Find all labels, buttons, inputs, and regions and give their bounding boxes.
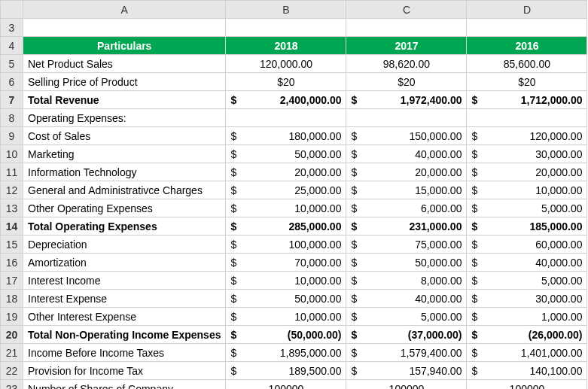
cell-value[interactable]: $25,000.00 — [226, 181, 346, 199]
cell-label[interactable]: Net Product Sales — [23, 55, 226, 73]
cell-value[interactable]: $150,000.00 — [346, 127, 467, 145]
cell-value[interactable]: $20 — [346, 73, 467, 91]
cell-value[interactable]: $10,000.00 — [226, 308, 346, 326]
header-particulars[interactable]: Particulars — [23, 37, 226, 55]
cell-value[interactable]: $1,895,000.00 — [226, 344, 346, 362]
cell-value[interactable]: $5,000.00 — [467, 272, 587, 290]
cell-value[interactable]: $20,000.00 — [226, 163, 346, 181]
cell-value[interactable]: $40,000.00 — [346, 145, 467, 163]
cell-value[interactable]: $10,000.00 — [226, 199, 346, 217]
corner-cell[interactable] — [1, 1, 23, 19]
cell-label[interactable]: Marketing — [23, 145, 226, 163]
cell-value[interactable]: 100000 — [346, 380, 467, 390]
cell-value[interactable]: $189,500.00 — [226, 362, 346, 380]
cell-label[interactable]: Total Revenue — [23, 91, 226, 109]
row-header[interactable]: 9 — [1, 127, 23, 145]
cell-value[interactable]: $(50,000.00) — [226, 326, 346, 344]
header-2016[interactable]: 2016 — [467, 37, 587, 55]
cell-label[interactable]: Cost of Sales — [23, 127, 226, 145]
cell-value[interactable]: 98,620.00 — [346, 55, 467, 73]
row-header[interactable]: 7 — [1, 91, 23, 109]
cell-value[interactable] — [226, 109, 346, 127]
cell-value[interactable]: $185,000.00 — [467, 217, 587, 236]
cell-value[interactable]: $70,000.00 — [226, 254, 346, 272]
row-header[interactable]: 15 — [1, 236, 23, 254]
cell-value[interactable]: $1,579,400.00 — [346, 344, 467, 362]
cell-value[interactable]: $8,000.00 — [346, 272, 467, 290]
cell-label[interactable]: Interest Expense — [23, 290, 226, 308]
cell-value[interactable]: $2,400,000.00 — [226, 91, 346, 109]
cell-value[interactable]: $285,000.00 — [226, 217, 346, 236]
cell-value[interactable]: 100000 — [467, 380, 587, 390]
cell-value[interactable]: $20 — [467, 73, 587, 91]
spreadsheet-grid[interactable]: A B C D 3 4 Particulars 2018 2017 2016 5… — [0, 0, 587, 389]
cell-value[interactable]: $75,000.00 — [346, 236, 467, 254]
cell-value[interactable]: 120,000.00 — [226, 55, 346, 73]
cell-value[interactable]: $1,972,400.00 — [346, 91, 467, 109]
cell-value[interactable]: $15,000.00 — [346, 181, 467, 199]
cell-label[interactable]: Provision for Income Tax — [23, 362, 226, 380]
row-header[interactable]: 18 — [1, 290, 23, 308]
row-header[interactable]: 12 — [1, 181, 23, 199]
cell-value[interactable]: $10,000.00 — [467, 181, 587, 199]
cell-value[interactable]: $1,000.00 — [467, 308, 587, 326]
row-header[interactable]: 17 — [1, 272, 23, 290]
cell[interactable] — [226, 19, 346, 37]
cell-label[interactable]: Amortization — [23, 254, 226, 272]
col-header-d[interactable]: D — [467, 1, 587, 19]
cell-value[interactable]: $(26,000.00) — [467, 326, 587, 344]
cell-value[interactable]: $10,000.00 — [226, 272, 346, 290]
cell-label[interactable]: Other Interest Expense — [23, 308, 226, 326]
row-header[interactable]: 13 — [1, 199, 23, 217]
cell-value[interactable]: $30,000.00 — [467, 145, 587, 163]
cell-value[interactable] — [467, 109, 587, 127]
row-header[interactable]: 19 — [1, 308, 23, 326]
cell-label[interactable]: Number of Shares of Company — [23, 380, 226, 390]
row-header[interactable]: 23 — [1, 380, 23, 390]
row-header[interactable]: 6 — [1, 73, 23, 91]
cell-label[interactable]: Operating Expenses: — [23, 109, 226, 127]
cell-value[interactable]: $1,401,000.00 — [467, 344, 587, 362]
row-header[interactable]: 3 — [1, 19, 23, 37]
cell-value[interactable]: $231,000.00 — [346, 217, 467, 236]
cell-value[interactable]: $180,000.00 — [226, 127, 346, 145]
cell-value[interactable]: $5,000.00 — [467, 199, 587, 217]
cell-value[interactable]: $20,000.00 — [346, 163, 467, 181]
row-header[interactable]: 22 — [1, 362, 23, 380]
cell-value[interactable]: $157,940.00 — [346, 362, 467, 380]
cell-value[interactable]: $100,000.00 — [226, 236, 346, 254]
header-2017[interactable]: 2017 — [346, 37, 467, 55]
row-header[interactable]: 4 — [1, 37, 23, 55]
cell-value[interactable]: $5,000.00 — [346, 308, 467, 326]
cell-value[interactable]: $30,000.00 — [467, 290, 587, 308]
col-header-c[interactable]: C — [346, 1, 467, 19]
cell-value[interactable]: $1,712,000.00 — [467, 91, 587, 109]
cell-value[interactable]: $20 — [226, 73, 346, 91]
cell-label[interactable]: Depreciation — [23, 236, 226, 254]
cell-value[interactable]: $120,000.00 — [467, 127, 587, 145]
row-header[interactable]: 14 — [1, 217, 23, 236]
cell-value[interactable]: $(37,000.00) — [346, 326, 467, 344]
col-header-b[interactable]: B — [226, 1, 346, 19]
cell-label[interactable]: Selling Price of Product — [23, 73, 226, 91]
cell-value[interactable] — [346, 109, 467, 127]
cell[interactable] — [23, 19, 226, 37]
header-2018[interactable]: 2018 — [226, 37, 346, 55]
row-header[interactable]: 20 — [1, 326, 23, 344]
cell-label[interactable]: Total Operating Expenses — [23, 217, 226, 236]
cell-label[interactable]: Income Before Income Taxes — [23, 344, 226, 362]
cell-label[interactable]: Other Operating Expenses — [23, 199, 226, 217]
cell-value[interactable]: $50,000.00 — [346, 254, 467, 272]
col-header-a[interactable]: A — [23, 1, 226, 19]
row-header[interactable]: 21 — [1, 344, 23, 362]
cell[interactable] — [467, 19, 587, 37]
row-header[interactable]: 11 — [1, 163, 23, 181]
cell-value[interactable]: $40,000.00 — [467, 254, 587, 272]
row-header[interactable]: 5 — [1, 55, 23, 73]
cell-label[interactable]: Information Technology — [23, 163, 226, 181]
cell-value[interactable]: $40,000.00 — [346, 290, 467, 308]
row-header[interactable]: 16 — [1, 254, 23, 272]
cell-label[interactable]: Total Non-Operating Income Expenses — [23, 326, 226, 344]
cell[interactable] — [346, 19, 467, 37]
cell-value[interactable]: $140,100.00 — [467, 362, 587, 380]
